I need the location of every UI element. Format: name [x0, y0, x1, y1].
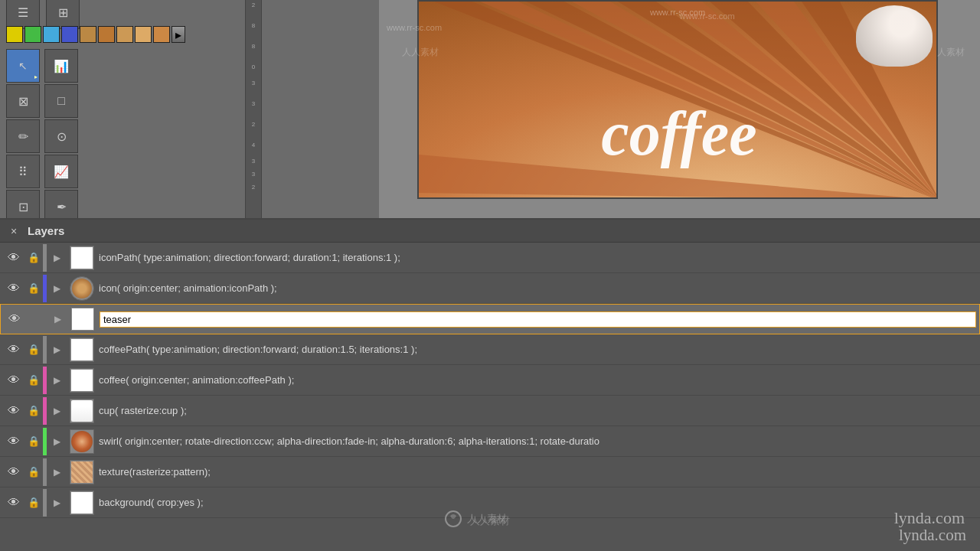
- layer-expand-icon[interactable]: ▶: [48, 464, 65, 481]
- ruler-mark-4: 0: [252, 64, 255, 70]
- layer-lock-icon[interactable]: 🔒: [24, 247, 43, 269]
- layer-row[interactable]: 👁 🔒 ▶ iconPath( type:animation; directio…: [0, 243, 980, 273]
- layer-row[interactable]: 👁 🔒 ▶ icon( origin:center; animation:ico…: [0, 273, 980, 304]
- layer-name-input[interactable]: [100, 311, 976, 328]
- shape-tool-button[interactable]: □: [44, 84, 78, 118]
- layer-expand-icon[interactable]: ▶: [48, 341, 65, 358]
- ruler-mark-10: 3: [252, 171, 255, 178]
- layer-color-bar: [43, 367, 47, 394]
- swatch-orange[interactable]: [153, 26, 170, 43]
- toolbar-left: ☰ ⊞ ▸ ↖ ▸ 📊 ⊠ □ ✏ ⊙ ⠿ 📈: [0, 0, 245, 218]
- swatch-brown[interactable]: [98, 26, 115, 43]
- swatch-green[interactable]: [24, 26, 41, 43]
- layer-color-bar: [43, 336, 47, 364]
- layer-row-editing[interactable]: 👁 ▶: [0, 304, 980, 334]
- layer-expand-icon[interactable]: ▶: [49, 311, 66, 328]
- swatch-blue[interactable]: [61, 26, 78, 43]
- layer-expand-icon[interactable]: ▶: [48, 372, 65, 389]
- layer-row[interactable]: 👁 🔒 ▶ cup( rasterize:cup );: [0, 396, 980, 426]
- layer-expand-icon[interactable]: ▶: [48, 433, 65, 450]
- layer-visibility-icon[interactable]: 👁: [3, 431, 24, 452]
- layer-thumbnail: [70, 429, 94, 454]
- layer-visibility-icon[interactable]: 👁: [3, 461, 24, 483]
- layer-lock-icon[interactable]: 🔒: [24, 370, 43, 391]
- toolbar-top-row: ☰ ⊞: [0, 0, 245, 24]
- canvas-area: coffee www.rr-sc.com www.rr-sc.com www.r…: [379, 0, 980, 218]
- layer-thumb-white: [71, 370, 93, 391]
- layer-lock-icon[interactable]: 🔒: [24, 278, 43, 299]
- layer-color-bar: [43, 428, 47, 455]
- swatch-light-brown[interactable]: [135, 26, 152, 43]
- ruler-mark-8: 4: [252, 142, 255, 148]
- layer-visibility-icon[interactable]: 👁: [3, 339, 24, 360]
- svg-text:coffee: coffee: [601, 99, 756, 168]
- layer-lock-icon[interactable]: 🔒: [24, 431, 43, 452]
- layer-name: icon( origin:center; animation:iconPath …: [99, 282, 977, 294]
- bar-chart-tool-button[interactable]: 📊: [44, 49, 78, 83]
- layer-visibility-icon[interactable]: 👁: [4, 308, 25, 330]
- layers-close-button[interactable]: ×: [8, 225, 20, 237]
- swatch-tan[interactable]: [80, 26, 96, 43]
- watermark-rrsource: 人人素材: [402, 46, 439, 59]
- pen-tool-button[interactable]: ✒: [44, 190, 78, 218]
- layer-name: swirl( origin:center; rotate-direction:c…: [99, 435, 977, 447]
- layer-thumbnail: [70, 491, 94, 515]
- mesh-tool-button[interactable]: ⊠: [6, 84, 40, 118]
- swatch-yellow[interactable]: [6, 26, 23, 43]
- layer-thumb-white: [71, 339, 93, 360]
- layer-name: coffee( origin:center; animation:coffeeP…: [99, 374, 977, 386]
- layer-name: background( crop:yes );: [99, 497, 977, 508]
- layer-thumbnail: [70, 460, 94, 484]
- layer-visibility-icon[interactable]: 👁: [3, 247, 24, 269]
- layer-thumbnail: [70, 276, 94, 301]
- layer-color-bar: [43, 489, 47, 517]
- cup-thumbnail: [856, 5, 933, 67]
- layer-lock-icon[interactable]: 🔒: [24, 400, 43, 422]
- canvas-image: coffee www.rr-sc.com: [417, 0, 938, 199]
- layer-expand-icon[interactable]: ▶: [48, 280, 65, 297]
- scroll-arrow[interactable]: ▸: [172, 26, 185, 43]
- layer-expand-icon[interactable]: ▶: [48, 494, 65, 511]
- scatter-tool-button[interactable]: ⠿: [6, 155, 40, 188]
- watermark-top-center: www.rr-sc.com: [680, 11, 735, 21]
- watermark-right-rr: 人素材: [937, 46, 965, 59]
- toolbar-secondary: [262, 0, 379, 218]
- layer-color-bar: [43, 275, 47, 302]
- layers-list: 👁 🔒 ▶ iconPath( type:animation; directio…: [0, 243, 980, 543]
- layer-row[interactable]: 👁 🔒 ▶ coffee( origin:center; animation:c…: [0, 365, 980, 396]
- swatch-cyan[interactable]: [43, 26, 60, 43]
- layer-name: coffeePath( type:animation; direction:fo…: [99, 344, 977, 355]
- ruler-mark-7: 2: [252, 121, 255, 128]
- layer-expand-icon[interactable]: ▶: [48, 249, 65, 266]
- layer-color-bar: [43, 397, 47, 425]
- layer-name: iconPath( type:animation; direction:forw…: [99, 252, 977, 263]
- layer-color-bar: [44, 305, 47, 333]
- layer-lock-icon[interactable]: 🔒: [24, 339, 43, 360]
- layer-visibility-icon[interactable]: 👁: [3, 492, 24, 514]
- layer-row[interactable]: 👁 🔒 ▶ texture(rasterize:pattern);: [0, 457, 980, 487]
- rr-logo-bottom: 人人素材: [444, 510, 507, 528]
- layer-thumb-white: [71, 247, 93, 269]
- layer-lock-icon[interactable]: 🔒: [24, 461, 43, 483]
- ruler-mark-3: 8: [252, 43, 255, 50]
- layer-color-bar: [43, 458, 47, 486]
- layer-expand-icon[interactable]: ▶: [48, 403, 65, 419]
- layer-lock-icon[interactable]: 🔒: [24, 492, 43, 514]
- swatch-gold[interactable]: [116, 26, 133, 43]
- layer-thumb-circle: [72, 279, 92, 298]
- layer-color-bar: [43, 244, 47, 272]
- layer-visibility-icon[interactable]: 👁: [3, 278, 24, 299]
- layer-thumbnail: [70, 246, 94, 270]
- layer-visibility-icon[interactable]: 👁: [3, 400, 24, 422]
- layer-visibility-icon[interactable]: 👁: [3, 370, 24, 391]
- chart-tool-button2[interactable]: 📈: [44, 155, 78, 188]
- layer-row[interactable]: 👁 🔒 ▶ swirl( origin:center; rotate-direc…: [0, 426, 980, 457]
- eyedropper-tool-button[interactable]: ✏: [6, 119, 40, 153]
- select-box-tool-button[interactable]: ⊡: [6, 190, 40, 218]
- layer-row[interactable]: 👁 🔒 ▶ coffeePath( type:animation; direct…: [0, 334, 980, 365]
- cursor-tool-button[interactable]: ↖ ▸: [6, 49, 40, 83]
- layer-thumb-white: [72, 308, 93, 330]
- layers-panel-title: Layers: [28, 224, 64, 237]
- layer-name: texture(rasterize:pattern);: [99, 466, 977, 478]
- lens-tool-button[interactable]: ⊙: [44, 119, 78, 153]
